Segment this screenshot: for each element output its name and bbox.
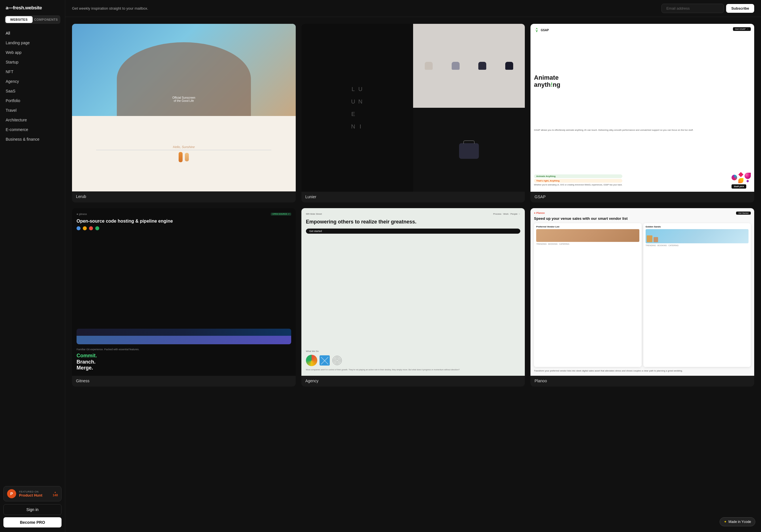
gsap-logo-icon: [534, 27, 540, 33]
newsletter-text: Get weekly inspiration straight to your …: [72, 6, 148, 11]
commit-text: Commit. Branch. Merge.: [77, 353, 291, 371]
gitness-logos: [77, 226, 291, 230]
tab-components[interactable]: COMPONENTS: [32, 16, 60, 23]
gitness-brand: ● gitness: [77, 213, 87, 215]
sidebar-item-saas[interactable]: SaaS: [2, 86, 63, 96]
bag-4: [505, 62, 513, 70]
big-bag-handle: [463, 140, 475, 144]
shape-group: [738, 172, 743, 183]
gitness-subtitle: Familiar Git experience. Packed with ess…: [77, 348, 291, 351]
sidebar-item-landing-page[interactable]: Landing page: [2, 38, 63, 48]
tab-bar: WEBSITES COMPONENTS: [5, 15, 60, 24]
sidebar-item-portfolio[interactable]: Portfolio: [2, 96, 63, 105]
pill-animate: Animate Anything: [534, 174, 622, 178]
become-pro-button[interactable]: Become PRO: [3, 517, 62, 527]
agency-concentric-svg: [332, 355, 342, 366]
card-planoo[interactable]: ● Planoo Get Started Speed up your venue…: [531, 208, 754, 387]
sands-building-1: [647, 235, 652, 242]
bag-1: [425, 62, 433, 70]
product-bottle-2: [185, 153, 189, 161]
card-gitness-title: Gitness: [72, 376, 296, 386]
card-agency-thumb: 995 Mole Street Process · Work · People …: [301, 208, 525, 376]
agency-circle-shape: [306, 355, 317, 366]
gsap-left: Animate Anything That's right, Anything …: [534, 174, 622, 186]
bag-3: [478, 62, 486, 70]
sidebar-item-architecture[interactable]: Architecture: [2, 115, 63, 125]
sidebar-item-web-app[interactable]: Web app: [2, 48, 63, 57]
tab-websites[interactable]: WEBSITES: [5, 16, 32, 23]
planoo-golden-sands-img: [646, 229, 748, 243]
lunier-bags: [413, 24, 525, 192]
planoo-header-text: Speed up your venue sales with our smart…: [534, 216, 751, 221]
big-bag-body: [459, 143, 479, 159]
sidebar-item-startup[interactable]: Startup: [2, 57, 63, 67]
sands-building-2: [654, 237, 658, 242]
lunier-bags-bottom: [413, 108, 525, 192]
ycode-star-icon: ✦: [724, 520, 727, 524]
lerub-overlay-text: Official Sunscreenof the Good Life: [172, 96, 195, 102]
nav-list: All Landing page Web app Startup NFT Age…: [0, 27, 65, 483]
subscribe-button[interactable]: Subscribe: [726, 4, 754, 13]
planoo-vendor-stats: TRENDING · BOOKING · CATERING: [536, 243, 639, 245]
gitness-top-bar: ● gitness OPEN SOURCE ↗: [77, 213, 291, 215]
logo: a—fresh.website: [0, 0, 65, 15]
sidebar-item-nft[interactable]: NFT: [2, 67, 63, 77]
sidebar-item-business-finance[interactable]: Business & finance: [2, 135, 63, 144]
product-hunt-text: FEATURED ON Product Hunt: [19, 490, 50, 498]
agency-header-row: 995 Mole Street Process · Work · People …: [306, 213, 521, 215]
card-gsap[interactable]: GSAP Get GSAP → Animateanyth!ng GSAP all…: [531, 24, 754, 203]
agency-desc: Most companies aren't in control of thei…: [306, 368, 521, 372]
card-gitness[interactable]: ● gitness OPEN SOURCE ↗ Open-source code…: [72, 208, 296, 387]
sidebar-item-all[interactable]: All: [2, 29, 63, 38]
cards-grid: Official Sunscreenof the Good Life Hello…: [72, 24, 754, 386]
sign-in-button[interactable]: Sign in: [3, 504, 62, 515]
card-agency[interactable]: 995 Mole Street Process · Work · People …: [301, 208, 525, 387]
gsap-footer: Animate Anything That's right, Anything …: [534, 172, 751, 188]
email-input[interactable]: [662, 4, 724, 13]
card-gsap-title: GSAP: [531, 192, 754, 203]
card-gsap-thumb: GSAP Get GSAP → Animateanyth!ng GSAP all…: [531, 24, 754, 192]
shape-group-2: [744, 173, 751, 183]
product-hunt-featured: FEATURED ON: [19, 490, 50, 493]
card-lunier[interactable]: LUEN UNI: [301, 24, 525, 203]
gsap-right: Staff pick: [732, 172, 751, 188]
gitness-bottom: Familiar Git experience. Packed with ess…: [77, 348, 291, 371]
gsap-logo-row: GSAP: [534, 27, 549, 33]
staff-pick-badge: Staff pick: [732, 184, 746, 189]
agency-shapes-row: [306, 355, 521, 366]
top-bar: Get weekly inspiration straight to your …: [65, 0, 761, 17]
pipeline-bar: [77, 336, 291, 344]
agency-cta: Get started: [306, 229, 521, 234]
logo-gitlab: [77, 226, 81, 230]
product-hunt-name: Product Hunt: [19, 493, 50, 498]
commit-line1: Commit.: [77, 353, 97, 358]
planoo-vendor-img: [536, 229, 639, 242]
planoo-top-bar: ● Planoo Get Started: [534, 211, 751, 215]
ycode-label: Made in Ycode: [729, 520, 751, 524]
product-hunt-badge[interactable]: P FEATURED ON Product Hunt ▲ 148: [3, 486, 62, 502]
agency-spacer: [306, 238, 521, 350]
gsap-get-btn: Get GSAP →: [733, 27, 751, 31]
lerub-products: [179, 152, 189, 162]
logo-other: [95, 226, 99, 230]
shape-blob: [744, 173, 751, 179]
lerub-thumb-bg: Official Sunscreenof the Good Life Hello…: [72, 24, 296, 191]
ycode-badge[interactable]: ✦ Made in Ycode: [720, 517, 755, 526]
sidebar: a—fresh.website WEBSITES COMPONENTS All …: [0, 0, 65, 532]
gsap-footer-text: Whether you're animating UI, SVG or crea…: [534, 184, 622, 186]
agency-what-we-do: What We Do: [306, 350, 521, 352]
logo-jenkins: [89, 226, 93, 230]
agency-main-text: Empowering others to realize their great…: [306, 219, 521, 225]
agency-thumb-bg: 995 Mole Street Process · Work · People …: [301, 208, 525, 376]
shape-small-diamond: [746, 180, 749, 183]
gitness-pipeline-visual: [77, 329, 291, 344]
card-lerub[interactable]: Official Sunscreenof the Good Life Hello…: [72, 24, 296, 203]
sidebar-item-agency[interactable]: Agency: [2, 77, 63, 86]
gsap-headline: Animateanyth!ng: [534, 74, 751, 88]
sidebar-item-travel[interactable]: Travel: [2, 105, 63, 115]
sidebar-item-ecommerce[interactable]: E-commerce: [2, 125, 63, 135]
agency-square-shape: [320, 355, 330, 366]
agency-nav-left: 995 Mole Street: [306, 213, 322, 215]
product-bottle-1: [179, 152, 183, 162]
planoo-vendor-title: Preferred Vendor List: [536, 225, 639, 228]
